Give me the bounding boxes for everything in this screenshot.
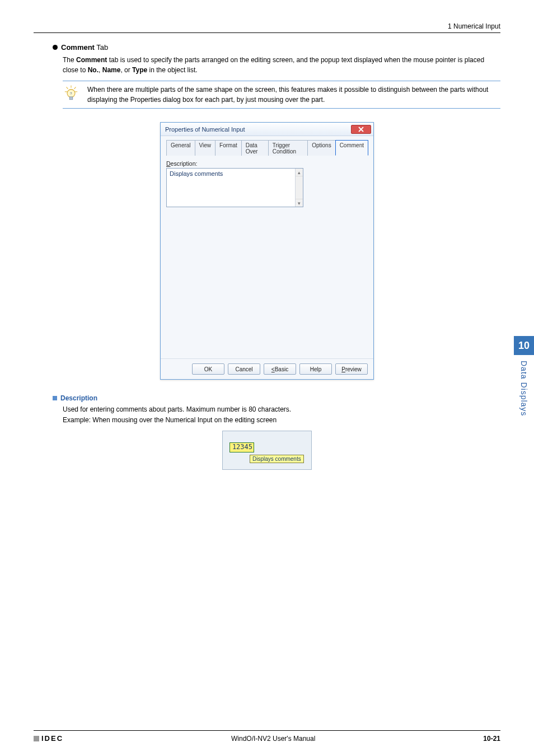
preview-button[interactable]: Preview [335,363,368,375]
cancel-button[interactable]: Cancel [228,363,260,375]
tab-comment[interactable]: Comment [335,140,368,156]
tab-general[interactable]: General [166,140,195,156]
svg-line-1 [67,87,68,89]
bullet-icon [53,45,58,50]
description-heading: Description [53,394,500,402]
close-icon [358,127,364,132]
idec-logo: IDEC [34,734,63,743]
description-label: Description: [166,160,368,167]
dialog-title: Properties of Numerical Input [165,126,245,133]
logo-square-icon [34,736,39,741]
footer-title: WindO/I-NV2 User's Manual [63,735,483,743]
svg-line-2 [74,87,76,89]
page-number: 10-21 [483,735,500,743]
close-button[interactable] [351,125,371,134]
comment-tab-heading: Comment Tab [53,43,500,52]
square-bullet-icon [53,396,57,400]
description-value: Displays comments [170,170,223,205]
tab-format[interactable]: Format [215,140,242,156]
tab-data-over[interactable]: Data Over [241,140,269,156]
tip-note: ? When there are multiple parts of the s… [63,81,500,109]
dialog-button-row: OK Cancel < Basic Help Preview [161,358,373,379]
tab-options[interactable]: Options [307,140,335,156]
chapter-side-tab: 10 Data Displays [514,336,534,431]
chapter-label: Data Displays [519,355,528,416]
lightbulb-icon: ? [63,85,79,105]
comment-tab-paragraph: The Comment tab is used to specify the p… [63,55,500,75]
page-footer: IDEC WindO/I-NV2 User's Manual 10-21 [34,730,500,743]
ok-button[interactable]: OK [192,363,224,375]
scroll-down-icon[interactable]: ▾ [296,199,303,207]
header-section-label: 1 Numerical Input [34,22,500,30]
description-textarea[interactable]: Displays comments ▴ ▾ [166,168,303,207]
basic-button[interactable]: < Basic [264,363,296,375]
tab-trigger-condition[interactable]: Trigger Condition [268,140,308,156]
numerical-input-widget: 12345 [229,442,254,452]
page-header: 1 Numerical Input [34,22,500,33]
description-line1: Used for entering comments about parts. … [63,404,500,415]
properties-dialog: Properties of Numerical Input General Vi… [160,122,374,380]
svg-rect-6 [69,97,73,100]
help-button[interactable]: Help [299,363,332,375]
dialog-tabs: General View Format Data Over Trigger Co… [166,139,368,156]
heading-bold: Comment [61,43,95,52]
editing-screen-figure: 12345 Displays comments [222,431,312,470]
svg-text:?: ? [70,92,72,95]
heading-rest: Tab [95,43,108,52]
logo-text: IDEC [41,734,63,743]
scrollbar[interactable]: ▴ ▾ [295,169,303,207]
scroll-up-icon[interactable]: ▴ [296,169,303,176]
chapter-number: 10 [514,336,534,355]
tooltip-popup: Displays comments [250,455,304,463]
tip-note-text: When there are multiple parts of the sam… [87,85,500,105]
dialog-titlebar: Properties of Numerical Input [161,123,373,136]
tab-view[interactable]: View [195,140,216,156]
description-line2: Example: When mousing over the Numerical… [63,415,500,426]
